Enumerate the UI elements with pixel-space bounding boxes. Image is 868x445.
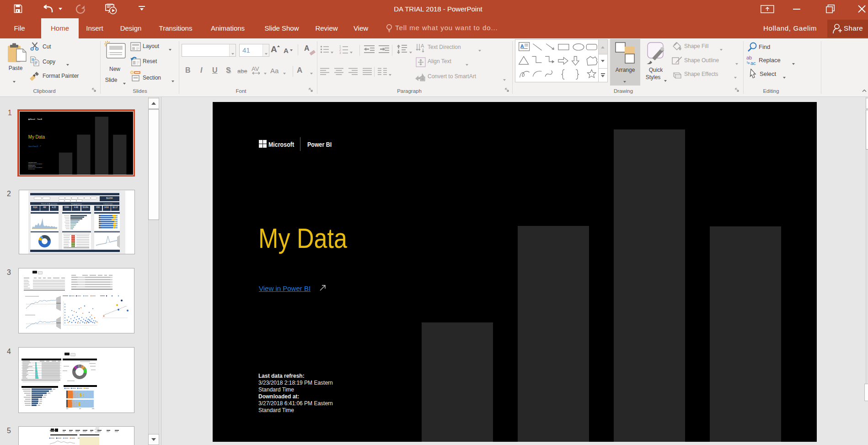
svg-text:ac: ac (750, 60, 756, 65)
svg-text:3: 3 (339, 51, 341, 54)
svg-text:2: 2 (339, 48, 341, 51)
svg-text:A: A (520, 43, 524, 49)
svg-text:A: A (421, 43, 424, 48)
svg-text:1: 1 (339, 45, 341, 48)
svg-text:ab: ab (746, 55, 752, 60)
